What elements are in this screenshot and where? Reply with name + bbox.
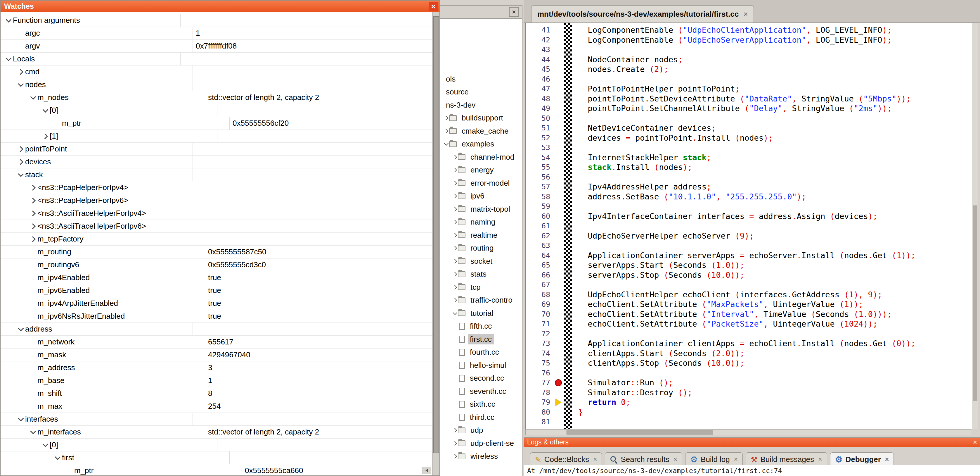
chevron-right-icon[interactable] [28,211,37,216]
tree-item-udp[interactable]: udp [440,424,522,437]
tree-item-ns-3-dev[interactable]: ns-3-dev [440,99,522,112]
line-number[interactable]: 76 [526,369,552,377]
code-line[interactable]: 60 Ipv4InterfaceContainer interfaces = a… [526,211,978,221]
code-line[interactable]: 42 LogComponentEnable ("UdpEchoServerApp… [526,35,978,45]
code-line[interactable]: 52 devices = pointToPoint.Install (nodes… [526,133,978,143]
tree-item-hello-simul[interactable]: hello-simul [440,359,522,372]
close-icon[interactable]: × [593,455,597,463]
logs-title-bar[interactable]: Logs & others × [523,438,980,447]
watch-row[interactable]: m_base1 [1,374,433,387]
tree-item-stats[interactable]: stats [440,268,522,281]
chevron-right-icon[interactable] [28,198,37,203]
code-line[interactable]: 81 [526,417,978,427]
line-number[interactable]: 59 [526,202,552,211]
line-number[interactable]: 44 [526,55,552,64]
code-line[interactable]: 51 NetDeviceContainer devices; [526,123,978,133]
tree-item-udp-client-se[interactable]: udp-client-se [440,437,522,450]
chevron-right-icon[interactable] [452,195,458,198]
watch-row[interactable]: m_ipv4Enabledtrue [1,272,433,284]
watch-row[interactable]: m_ipv4ArpJitterEnabledtrue [1,297,433,310]
chevron-right-icon[interactable] [452,299,458,302]
chevron-right-icon[interactable] [40,134,50,138]
line-number[interactable]: 66 [526,271,552,279]
tree-item-routing[interactable]: routing [440,242,522,255]
editor-vertical-scrollbar[interactable] [972,23,978,429]
code-text[interactable]: InternetStackHelper stack; [572,153,711,162]
code-text[interactable]: echoClient.SetAttribute ("MaxPackets", U… [572,300,863,309]
tree-item-fifth-cc[interactable]: fifth.cc [440,320,522,333]
scrollbar-thumb[interactable] [566,430,713,434]
watch-row[interactable]: first [1,452,433,464]
code-text[interactable]: pointToPoint.SetChannelAttribute ("Delay… [572,104,892,113]
tree-item-fourth-cc[interactable]: fourth.cc [440,346,522,359]
breakpoint-icon[interactable] [555,379,562,386]
code-line[interactable]: 50 [526,113,978,123]
breakpoint-margin[interactable] [552,399,564,406]
chevron-down-icon[interactable] [40,109,50,113]
code-line[interactable]: 57 Ipv4AddressHelper address; [526,182,978,192]
close-icon[interactable]: × [973,438,977,446]
tree-item-wireless[interactable]: wireless [440,450,522,463]
line-number[interactable]: 42 [526,36,552,44]
line-number[interactable]: 72 [526,329,552,338]
tree-item-tcp[interactable]: tcp [440,281,522,294]
watch-row[interactable]: m_nodesstd::vector of length 2, capacity… [1,91,433,104]
code-text[interactable]: UdpEchoServerHelper echoServer (9); [572,231,754,240]
watch-row[interactable]: <ns3::PcapHelperForIpv4> [1,181,433,194]
close-icon[interactable]: × [885,455,889,463]
line-number[interactable]: 79 [526,398,552,406]
chevron-right-icon[interactable] [452,260,458,263]
logs-tab-code-blocks[interactable]: ✎Code::Blocks× [530,452,602,466]
line-number[interactable]: 69 [526,300,552,308]
code-text[interactable]: ApplicationContainer clientApps = echoCl… [572,339,915,348]
line-number[interactable]: 46 [526,75,552,83]
scrollbar-thumb[interactable] [973,206,977,401]
chevron-down-icon[interactable] [452,311,458,315]
chevron-right-icon[interactable] [443,117,449,120]
watch-row[interactable]: argc1 [1,27,433,40]
tree-item-traffic-contro[interactable]: traffic-contro [440,294,522,307]
code-text[interactable]: clientApps.Start (Seconds (2.0)); [572,349,745,358]
line-number[interactable]: 55 [526,163,552,171]
tree-item-third-cc[interactable]: third.cc [440,411,522,424]
line-number[interactable]: 61 [526,222,552,230]
code-line[interactable]: 71 echoClient.SetAttribute ("PacketSize"… [526,319,978,329]
code-text[interactable]: clientApps.Stop (Seconds (10.0)); [572,358,745,367]
code-line[interactable]: 56 [526,172,978,182]
tree-item-naming[interactable]: naming [440,216,522,229]
code-line[interactable]: 64 ApplicationContainer serverApps = ech… [526,251,978,260]
watch-row[interactable]: m_routing0x555555587c50 [1,246,433,259]
line-number[interactable]: 49 [526,104,552,113]
chevron-right-icon[interactable] [452,246,458,250]
editor-file-tab[interactable]: mnt/dev/tools/source/ns-3-dev/examples/t… [531,5,754,22]
code-text[interactable]: NetDeviceContainer devices; [572,123,716,133]
chevron-right-icon[interactable] [452,168,458,172]
code-line[interactable]: 61 [526,221,978,231]
chevron-down-icon[interactable] [28,96,37,100]
chevron-down-icon[interactable] [16,417,25,421]
chevron-down-icon[interactable] [16,83,25,87]
close-icon[interactable]: × [509,7,519,17]
line-number[interactable]: 77 [526,379,552,387]
chevron-right-icon[interactable] [28,186,37,190]
code-text[interactable]: Simulator::Destroy (); [572,388,692,397]
tree-item-socket[interactable]: socket [440,255,522,268]
watch-row[interactable]: [0] [1,104,433,117]
watches-title-bar[interactable]: Watches × [1,1,439,12]
code-line[interactable]: 49 pointToPoint.SetChannelAttribute ("De… [526,104,978,113]
chevron-down-icon[interactable] [16,173,25,177]
code-text[interactable]: PointToPointHelper pointToPoint; [572,84,740,93]
code-line[interactable]: 62 UdpEchoServerHelper echoServer (9); [526,231,978,241]
watch-row[interactable]: cmd [1,65,433,78]
line-number[interactable]: 52 [526,134,552,142]
code-text[interactable]: LogComponentEnable ("UdpEchoServerApplic… [572,35,892,45]
chevron-right-icon[interactable] [16,147,25,151]
line-number[interactable]: 50 [526,114,552,123]
code-text[interactable]: devices = pointToPoint.Install (nodes); [572,133,773,142]
fold-margin[interactable] [564,23,572,429]
chevron-right-icon[interactable] [452,429,458,432]
line-number[interactable]: 65 [526,261,552,269]
watch-row[interactable]: m_mask4294967040 [1,348,433,361]
chevron-right-icon[interactable] [452,233,458,237]
chevron-down-icon[interactable] [443,142,449,145]
